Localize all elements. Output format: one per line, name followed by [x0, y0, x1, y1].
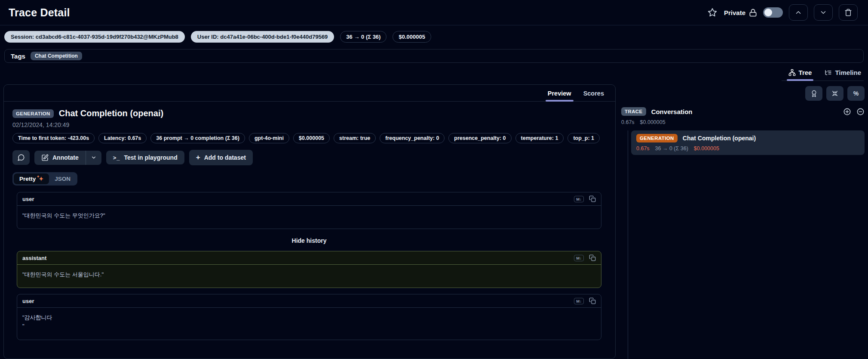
meta-row: Session: cd3abcd6-c81c-4037-935d-19d9f27…	[0, 25, 868, 43]
privacy-text: Private	[724, 9, 745, 16]
badge-model[interactable]: gpt-4o-mini	[249, 133, 289, 143]
message-assistant: assistant M↓ "대한민국의 수도는 서울입니다."	[17, 251, 601, 288]
tab-pretty[interactable]: Pretty ✦ ✦	[14, 173, 49, 184]
tags-container[interactable]: Tags Chat Competition	[4, 49, 864, 63]
message-user-2: user M↓ "감사합니다 "	[17, 294, 601, 340]
metrics-toggle-button[interactable]: %	[847, 86, 865, 101]
playground-label: Test in playground	[124, 154, 178, 161]
tree-expand-controls	[843, 108, 865, 116]
badge-token-breakdown: 36 prompt → 0 completion (Σ 36)	[150, 133, 245, 143]
badge-time-to-first-token: Time to first token: -423.00s	[12, 133, 95, 143]
annotate-label: Annotate	[52, 154, 79, 161]
message-role: user	[22, 298, 34, 304]
tab-tree[interactable]: Tree	[788, 69, 812, 76]
topbar-actions: Private	[707, 4, 858, 21]
tab-scores[interactable]: Scores	[583, 90, 604, 97]
badge-temperature: temperature: 1	[515, 133, 564, 143]
observation-title: Chat Completion (openai)	[59, 108, 163, 118]
terminal-icon: >_	[113, 155, 120, 161]
star-icon	[708, 8, 717, 17]
view-tabs-row: Tree Timeline	[0, 63, 868, 81]
tab-timeline[interactable]: Timeline	[825, 69, 861, 76]
message-role: user	[22, 196, 34, 202]
hide-history-button[interactable]: Hide history	[17, 237, 601, 244]
collapse-all-button[interactable]	[856, 108, 865, 116]
markdown-toggle-icon[interactable]: M↓	[574, 298, 584, 304]
annotate-button[interactable]: Annotate	[34, 151, 86, 165]
view-tabs: Tree Timeline	[782, 69, 864, 81]
session-badge[interactable]: Session: cd3abcd6-c81c-4037-935d-19d9f27…	[4, 31, 185, 43]
observation-timestamp: 02/12/2024, 14:20:49	[12, 121, 607, 128]
generation-cost: $0.000005	[694, 145, 719, 152]
tag-chip[interactable]: Chat Competition	[31, 52, 82, 60]
lock-icon	[749, 9, 757, 17]
chevron-down-icon	[91, 155, 97, 161]
comments-button[interactable]	[12, 150, 30, 165]
message-tools: M↓	[574, 195, 596, 202]
trash-icon	[844, 9, 852, 16]
page-title: Trace Detail	[9, 6, 70, 19]
observation-panel: Preview Scores GENERATION Chat Completio…	[3, 84, 616, 359]
tab-timeline-label: Timeline	[835, 69, 861, 76]
token-usage-badge: 36 → 0 (Σ 36)	[340, 31, 386, 43]
add-to-dataset-button[interactable]: + Add to dataset	[189, 150, 253, 165]
message-content: "대한민국의 수도는 서울입니다."	[17, 265, 601, 288]
topbar: Trace Detail Private	[0, 0, 868, 25]
trace-root-row[interactable]: TRACE Conversation	[621, 107, 865, 116]
markdown-toggle-icon[interactable]: M↓	[574, 196, 584, 202]
collapse-icon	[831, 90, 838, 97]
next-trace-button[interactable]	[814, 4, 833, 21]
tree-icon	[788, 69, 796, 76]
generation-metrics: 0.67s 36 → 0 (Σ 36) $0.000005	[636, 145, 859, 152]
generation-latency: 0.67s	[636, 145, 650, 152]
annotate-dropdown-button[interactable]	[86, 151, 101, 165]
generation-tree-item[interactable]: GENERATION Chat Completion (openai) 0.67…	[631, 130, 865, 155]
annotate-split-button: Annotate	[34, 151, 101, 165]
message-content: "대한민국의 수도는 무엇인가요?"	[17, 206, 601, 229]
tags-label: Tags	[11, 53, 25, 60]
trace-latency: 0.67s	[621, 119, 635, 125]
message-tools: M↓	[574, 297, 596, 304]
add-to-dataset-label: Add to dataset	[204, 154, 246, 161]
sparkles-icon: ✦ ✦	[39, 176, 43, 182]
copy-icon	[589, 195, 596, 202]
messages-list: user M↓ "대한민국의 수도는 무엇인가요?" Hide history	[4, 192, 615, 340]
markdown-toggle-icon[interactable]: M↓	[574, 255, 584, 261]
observation-type-badge: GENERATION	[12, 109, 54, 118]
delete-trace-button[interactable]	[839, 4, 858, 21]
copy-icon	[589, 254, 596, 261]
message-user-1: user M↓ "대한민국의 수도는 무엇인가요?"	[17, 192, 601, 229]
toggle-knob	[764, 9, 772, 16]
tab-preview[interactable]: Preview	[548, 90, 571, 97]
total-cost-badge: $0.000005	[393, 31, 431, 43]
io-format-tabs: Pretty ✦ ✦ JSON	[12, 172, 77, 186]
observation-badges: Time to first token: -423.00s Latency: 0…	[12, 133, 607, 143]
timeline-icon	[825, 69, 832, 76]
expand-all-button[interactable]	[843, 108, 851, 116]
previous-trace-button[interactable]	[789, 4, 808, 21]
observation-header: GENERATION Chat Completion (openai) 02/1…	[4, 102, 615, 186]
test-in-playground-button[interactable]: >_ Test in playground	[106, 151, 184, 164]
observation-toolbar: Annotate >_ Test in playground + Add to	[12, 150, 607, 165]
content-row: Preview Scores GENERATION Chat Completio…	[0, 81, 868, 359]
copy-button[interactable]	[589, 297, 596, 304]
trace-cost: $0.000005	[640, 119, 666, 125]
sidebar-icon-buttons: %	[621, 86, 865, 101]
badge-presence-penalty: presence_penalty: 0	[448, 133, 511, 143]
scores-toggle-button[interactable]	[805, 86, 822, 101]
privacy-label: Private	[724, 9, 757, 17]
collapse-tree-button[interactable]	[826, 86, 843, 101]
copy-button[interactable]	[589, 254, 596, 261]
generation-tokens: 36 → 0 (Σ 36)	[655, 145, 688, 152]
chevron-up-icon	[794, 9, 802, 16]
public-toggle[interactable]	[763, 7, 783, 18]
user-id-badge[interactable]: User ID: dc47a41e-06bc-400d-bde1-f0e440d…	[191, 31, 334, 43]
bookmark-button[interactable]	[707, 7, 718, 18]
badge-frequency-penalty: frequency_penalty: 0	[380, 133, 445, 143]
copy-icon	[589, 297, 596, 304]
trace-tree-sidebar: % TRACE Conversation	[621, 84, 865, 359]
copy-button[interactable]	[589, 195, 596, 202]
message-header: user M↓	[17, 294, 601, 308]
trace-title: Conversation	[651, 108, 693, 115]
tab-json[interactable]: JSON	[49, 173, 76, 184]
